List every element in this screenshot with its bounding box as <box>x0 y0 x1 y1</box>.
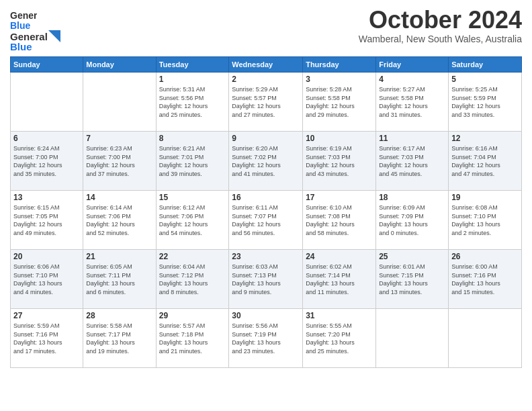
calendar-cell: 5Sunrise: 5:25 AM Sunset: 5:59 PM Daylig… <box>449 73 522 132</box>
day-info: Sunrise: 5:58 AM Sunset: 7:17 PM Dayligh… <box>86 322 152 355</box>
calendar-cell: 28Sunrise: 5:58 AM Sunset: 7:17 PM Dayli… <box>83 309 156 368</box>
calendar-cell: 8Sunrise: 6:21 AM Sunset: 7:01 PM Daylig… <box>156 132 229 191</box>
header-monday: Monday <box>83 57 156 73</box>
day-info: Sunrise: 5:57 AM Sunset: 7:18 PM Dayligh… <box>159 322 226 355</box>
calendar-cell: 7Sunrise: 6:23 AM Sunset: 7:00 PM Daylig… <box>83 132 156 191</box>
day-number: 11 <box>379 134 445 143</box>
header: General Blue General Blue October 2024 W… <box>10 7 522 52</box>
day-info: Sunrise: 6:05 AM Sunset: 7:11 PM Dayligh… <box>86 263 152 296</box>
header-tuesday: Tuesday <box>156 57 229 73</box>
day-info: Sunrise: 6:14 AM Sunset: 7:06 PM Dayligh… <box>86 203 152 237</box>
calendar-week-3: 13Sunrise: 6:15 AM Sunset: 7:05 PM Dayli… <box>11 191 522 250</box>
day-info: Sunrise: 6:16 AM Sunset: 7:04 PM Dayligh… <box>451 144 519 178</box>
day-number: 10 <box>306 134 373 143</box>
header-thursday: Thursday <box>303 57 376 73</box>
calendar-cell: 2Sunrise: 5:29 AM Sunset: 5:57 PM Daylig… <box>229 73 303 132</box>
day-info: Sunrise: 6:09 AM Sunset: 7:09 PM Dayligh… <box>379 203 445 237</box>
day-number: 31 <box>306 311 373 320</box>
calendar-week-1: 1Sunrise: 5:31 AM Sunset: 5:56 PM Daylig… <box>11 73 522 132</box>
calendar-week-4: 20Sunrise: 6:06 AM Sunset: 7:10 PM Dayli… <box>11 250 522 309</box>
calendar-week-2: 6Sunrise: 6:24 AM Sunset: 7:00 PM Daylig… <box>11 132 522 191</box>
day-number: 20 <box>13 252 80 261</box>
day-number: 2 <box>232 75 300 84</box>
day-info: Sunrise: 6:24 AM Sunset: 7:00 PM Dayligh… <box>13 144 80 178</box>
day-info: Sunrise: 6:19 AM Sunset: 7:03 PM Dayligh… <box>306 144 373 178</box>
svg-text:General: General <box>10 10 37 21</box>
svg-marker-3 <box>48 30 60 42</box>
day-number: 13 <box>13 193 80 202</box>
day-number: 15 <box>159 193 226 202</box>
day-info: Sunrise: 6:03 AM Sunset: 7:13 PM Dayligh… <box>232 263 300 296</box>
day-number: 1 <box>159 75 226 84</box>
calendar-cell: 19Sunrise: 6:08 AM Sunset: 7:10 PM Dayli… <box>449 191 522 250</box>
day-number: 26 <box>451 252 519 261</box>
day-info: Sunrise: 6:12 AM Sunset: 7:06 PM Dayligh… <box>159 203 226 237</box>
day-number: 9 <box>232 134 300 143</box>
day-info: Sunrise: 5:59 AM Sunset: 7:16 PM Dayligh… <box>13 322 80 355</box>
day-info: Sunrise: 5:31 AM Sunset: 5:56 PM Dayligh… <box>159 85 226 119</box>
calendar-cell: 4Sunrise: 5:27 AM Sunset: 5:58 PM Daylig… <box>376 73 449 132</box>
day-number: 16 <box>232 193 300 202</box>
day-number: 28 <box>86 311 152 320</box>
calendar-cell: 31Sunrise: 5:55 AM Sunset: 7:20 PM Dayli… <box>303 309 376 368</box>
calendar-cell: 3Sunrise: 5:28 AM Sunset: 5:58 PM Daylig… <box>303 73 376 132</box>
calendar-cell: 29Sunrise: 5:57 AM Sunset: 7:18 PM Dayli… <box>156 309 229 368</box>
day-info: Sunrise: 5:29 AM Sunset: 5:57 PM Dayligh… <box>232 85 300 119</box>
day-info: Sunrise: 6:01 AM Sunset: 7:15 PM Dayligh… <box>379 263 445 296</box>
calendar-cell: 13Sunrise: 6:15 AM Sunset: 7:05 PM Dayli… <box>11 191 83 250</box>
day-info: Sunrise: 5:56 AM Sunset: 7:19 PM Dayligh… <box>232 322 300 355</box>
day-number: 4 <box>379 75 445 84</box>
day-number: 29 <box>159 311 226 320</box>
logo-icon: General Blue <box>10 7 37 34</box>
header-friday: Friday <box>376 57 449 73</box>
month-title: October 2024 <box>359 7 522 34</box>
day-number: 14 <box>86 193 152 202</box>
calendar-cell: 9Sunrise: 6:20 AM Sunset: 7:02 PM Daylig… <box>229 132 303 191</box>
header-wednesday: Wednesday <box>229 57 303 73</box>
location: Wamberal, New South Wales, Australia <box>359 34 522 44</box>
calendar-cell: 24Sunrise: 6:02 AM Sunset: 7:14 PM Dayli… <box>303 250 376 309</box>
calendar-cell: 18Sunrise: 6:09 AM Sunset: 7:09 PM Dayli… <box>376 191 449 250</box>
calendar-cell: 10Sunrise: 6:19 AM Sunset: 7:03 PM Dayli… <box>303 132 376 191</box>
calendar-week-5: 27Sunrise: 5:59 AM Sunset: 7:16 PM Dayli… <box>11 309 522 368</box>
day-info: Sunrise: 6:08 AM Sunset: 7:10 PM Dayligh… <box>451 203 519 237</box>
logo: General Blue General Blue <box>10 7 60 52</box>
logo-general: General <box>10 31 48 42</box>
calendar-cell: 27Sunrise: 5:59 AM Sunset: 7:16 PM Dayli… <box>11 309 83 368</box>
day-info: Sunrise: 6:04 AM Sunset: 7:12 PM Dayligh… <box>159 263 226 296</box>
day-number: 25 <box>379 252 445 261</box>
calendar-cell: 1Sunrise: 5:31 AM Sunset: 5:56 PM Daylig… <box>156 73 229 132</box>
day-info: Sunrise: 6:23 AM Sunset: 7:00 PM Dayligh… <box>86 144 152 178</box>
day-number: 7 <box>86 134 152 143</box>
day-info: Sunrise: 5:27 AM Sunset: 5:58 PM Dayligh… <box>379 85 445 119</box>
day-number: 17 <box>306 193 373 202</box>
day-number: 8 <box>159 134 226 143</box>
day-info: Sunrise: 6:10 AM Sunset: 7:08 PM Dayligh… <box>306 203 373 237</box>
calendar-cell: 20Sunrise: 6:06 AM Sunset: 7:10 PM Dayli… <box>11 250 83 309</box>
calendar-cell: 16Sunrise: 6:11 AM Sunset: 7:07 PM Dayli… <box>229 191 303 250</box>
calendar-cell: 11Sunrise: 6:17 AM Sunset: 7:03 PM Dayli… <box>376 132 449 191</box>
calendar-cell: 6Sunrise: 6:24 AM Sunset: 7:00 PM Daylig… <box>11 132 83 191</box>
calendar-cell <box>11 73 83 132</box>
day-number: 3 <box>306 75 373 84</box>
header-sunday: Sunday <box>11 57 83 73</box>
calendar-cell: 26Sunrise: 6:00 AM Sunset: 7:16 PM Dayli… <box>449 250 522 309</box>
day-info: Sunrise: 6:06 AM Sunset: 7:10 PM Dayligh… <box>13 263 80 296</box>
calendar-cell: 14Sunrise: 6:14 AM Sunset: 7:06 PM Dayli… <box>83 191 156 250</box>
day-number: 22 <box>159 252 226 261</box>
day-number: 5 <box>451 75 519 84</box>
day-number: 30 <box>232 311 300 320</box>
calendar-cell: 23Sunrise: 6:03 AM Sunset: 7:13 PM Dayli… <box>229 250 303 309</box>
calendar-cell: 21Sunrise: 6:05 AM Sunset: 7:11 PM Dayli… <box>83 250 156 309</box>
day-number: 27 <box>13 311 80 320</box>
logo-blue: Blue <box>10 41 32 52</box>
svg-text:Blue: Blue <box>10 20 31 31</box>
day-number: 12 <box>451 134 519 143</box>
day-number: 21 <box>86 252 152 261</box>
calendar-cell: 15Sunrise: 6:12 AM Sunset: 7:06 PM Dayli… <box>156 191 229 250</box>
calendar-header-row: Sunday Monday Tuesday Wednesday Thursday… <box>11 57 522 73</box>
calendar-cell <box>83 73 156 132</box>
calendar-table: Sunday Monday Tuesday Wednesday Thursday… <box>10 56 522 368</box>
day-number: 18 <box>379 193 445 202</box>
day-info: Sunrise: 6:20 AM Sunset: 7:02 PM Dayligh… <box>232 144 300 178</box>
